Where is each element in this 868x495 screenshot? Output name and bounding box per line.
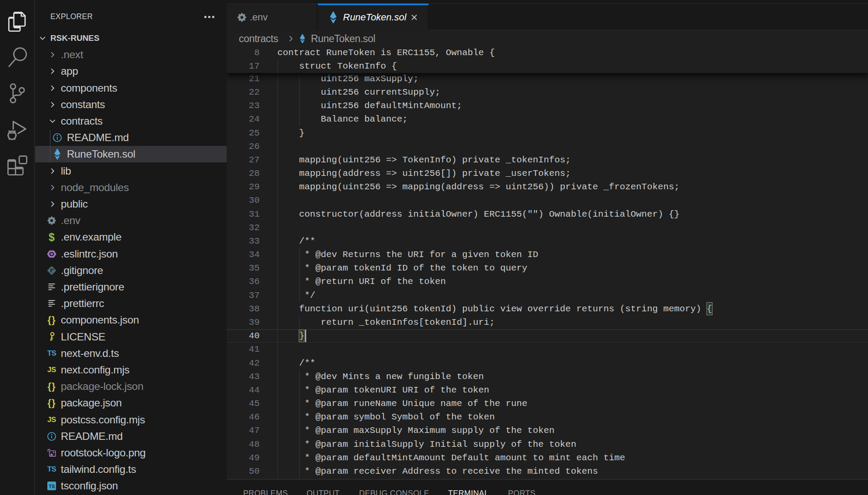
svg-text:TS: TS (49, 484, 55, 489)
